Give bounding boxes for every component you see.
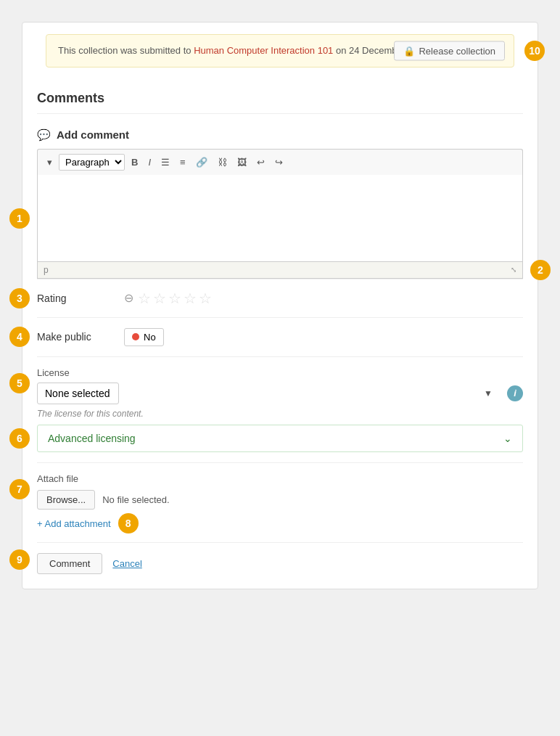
- toggle-label: No: [144, 332, 156, 343]
- release-collection-button[interactable]: 🔒 Release collection: [394, 41, 505, 60]
- license-label: License: [37, 367, 523, 378]
- star-1[interactable]: ☆: [138, 290, 151, 307]
- make-public-toggle[interactable]: No: [124, 328, 164, 346]
- add-attachment-button[interactable]: + Add attachment: [37, 515, 111, 532]
- page-container: This collection was submitted to Human C…: [15, 15, 545, 597]
- badge-8: 8: [118, 513, 139, 533]
- rating-label: Rating: [37, 293, 124, 304]
- statusbar-tag: p: [44, 265, 49, 275]
- star-5[interactable]: ☆: [199, 290, 212, 307]
- badge-5: 5: [9, 373, 30, 393]
- comment-icon: 💬: [37, 128, 51, 142]
- comment-button[interactable]: Comment: [37, 553, 102, 574]
- notification-text-before: This collection was submitted to: [58, 45, 194, 56]
- badge-10: 10: [524, 41, 545, 61]
- toolbar-dropdown-btn[interactable]: ▾: [44, 155, 56, 170]
- rating-container: ⊖ ☆ ☆ ☆ ☆ ☆: [124, 290, 212, 307]
- badge-9: 9: [9, 549, 30, 570]
- attach-file-section: 7 Attach file Browse... No file selected…: [37, 462, 523, 542]
- select-arrow-icon: ▼: [484, 388, 493, 398]
- course-link[interactable]: Human Computer Interaction 101: [194, 45, 333, 56]
- browse-button[interactable]: Browse...: [37, 490, 95, 510]
- undo-button[interactable]: ↩: [253, 155, 268, 170]
- badge-2: 2: [530, 260, 551, 280]
- rating-clear-icon[interactable]: ⊖: [124, 291, 133, 305]
- license-hint: The license for this content.: [37, 409, 523, 419]
- add-comment-header: 💬 Add comment: [37, 128, 523, 142]
- comment-editor[interactable]: [37, 175, 523, 262]
- star-3[interactable]: ☆: [168, 290, 181, 307]
- badge-1: 1: [9, 208, 30, 229]
- bold-button[interactable]: B: [128, 155, 141, 170]
- rating-row: 3 Rating ⊖ ☆ ☆ ☆ ☆ ☆: [37, 279, 523, 317]
- action-row: 9 Comment Cancel: [37, 542, 523, 577]
- add-comment-label: Add comment: [57, 128, 129, 141]
- advanced-licensing-label: Advanced licensing: [48, 433, 136, 444]
- attach-file-label: Attach file: [37, 473, 523, 484]
- main-card: This collection was submitted to Human C…: [22, 22, 538, 589]
- license-row: None selected CC BY CC BY-SA CC BY-ND CC…: [37, 383, 523, 404]
- badge-3: 3: [9, 288, 30, 308]
- release-btn-label: Release collection: [419, 45, 495, 56]
- paragraph-select[interactable]: Paragraph: [59, 154, 125, 171]
- advanced-licensing-wrapper: 6 Advanced licensing ⌄: [37, 425, 523, 452]
- editor-toolbar: ▾ Paragraph B I ☰ ≡ 🔗 ⛓ 🖼 ↩ ↪: [37, 149, 523, 175]
- info-icon[interactable]: i: [507, 385, 523, 401]
- stars: ☆ ☆ ☆ ☆ ☆: [138, 290, 212, 307]
- unlink-button[interactable]: ⛓: [214, 155, 231, 170]
- link-button[interactable]: 🔗: [192, 155, 211, 170]
- redo-button[interactable]: ↪: [271, 155, 287, 170]
- badge-4: 4: [9, 327, 30, 347]
- file-input-row: Browse... No file selected.: [37, 490, 523, 510]
- badge-7: 7: [9, 479, 30, 499]
- italic-button[interactable]: I: [144, 155, 155, 170]
- notification-banner: This collection was submitted to Human C…: [46, 34, 514, 68]
- image-button[interactable]: 🖼: [234, 155, 250, 170]
- toggle-dot: [132, 333, 139, 340]
- ordered-list-button[interactable]: ≡: [176, 155, 189, 170]
- badge-6: 6: [9, 428, 30, 449]
- lock-icon: 🔒: [403, 45, 415, 56]
- file-name-display: No file selected.: [102, 494, 170, 505]
- resize-handle-icon: ⤡: [511, 266, 516, 274]
- chevron-down-icon: ⌄: [503, 433, 512, 444]
- comments-title: Comments: [37, 91, 523, 114]
- license-select-wrapper: None selected CC BY CC BY-SA CC BY-ND CC…: [37, 383, 500, 404]
- license-section: 5 License None selected CC BY CC BY-SA C…: [37, 356, 523, 462]
- star-4[interactable]: ☆: [184, 290, 197, 307]
- star-2[interactable]: ☆: [153, 290, 166, 307]
- advanced-licensing-toggle[interactable]: Advanced licensing ⌄: [37, 425, 523, 452]
- add-attachment-wrapper: + Add attachment 8: [37, 515, 111, 532]
- make-public-row: 4 Make public No: [37, 317, 523, 356]
- editor-statusbar: p ⤡: [37, 262, 523, 279]
- make-public-label: Make public: [37, 331, 124, 343]
- statusbar-wrapper: p ⤡ 2: [37, 262, 523, 279]
- license-select[interactable]: None selected CC BY CC BY-SA CC BY-ND CC…: [37, 383, 119, 404]
- cancel-button[interactable]: Cancel: [112, 558, 141, 569]
- comments-section: Comments 💬 Add comment ▾ Paragraph B I ☰…: [22, 79, 538, 589]
- unordered-list-button[interactable]: ☰: [157, 155, 173, 170]
- editor-wrapper: 1: [37, 175, 523, 262]
